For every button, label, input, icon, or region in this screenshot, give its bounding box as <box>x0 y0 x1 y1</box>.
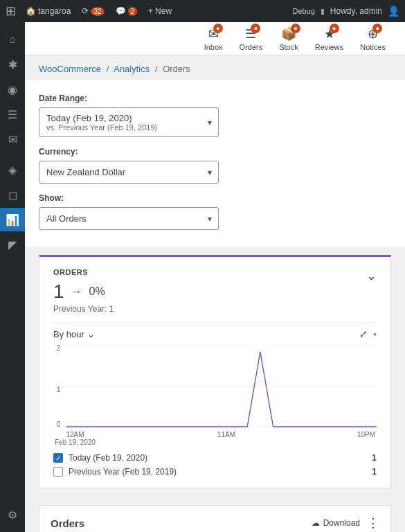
notices-icon: ⊕ ● <box>368 26 378 42</box>
updates-button[interactable]: ⟳ 32 <box>78 6 108 16</box>
interval-chevron-icon: ⌄ <box>87 329 95 339</box>
sidebar-item-marketing[interactable]: ◤ <box>0 233 25 256</box>
stock-icon: 📦 ● <box>281 26 296 42</box>
comments-icon: 💬 <box>116 6 126 16</box>
orders-table-section: Orders ☁ Download ⋮ Date ↓ Order # <box>39 505 391 532</box>
show-select-wrapper[interactable]: All Orders ▾ <box>39 207 219 230</box>
updates-icon: ⟳ <box>82 6 89 16</box>
orders-icon: ☰ ● <box>245 26 256 42</box>
bar-chart-icon[interactable]: ▪ <box>373 328 377 339</box>
new-content-button[interactable]: + New <box>144 6 176 16</box>
nav-notices[interactable]: ⊕ ● Notices <box>352 22 394 55</box>
content-area: ✉ ● Inbox ☰ ● Orders 📦 ● Stock <box>25 22 405 532</box>
comments-button[interactable]: 💬 2 <box>111 6 142 16</box>
filters-section: Date Range: Today (Feb 19, 2020) vs. Pre… <box>25 80 405 247</box>
reviews-icon: ★ ● <box>324 26 335 42</box>
sidebar-item-woocommerce[interactable]: ◈ <box>0 158 25 181</box>
chart-arrow-icon: → <box>71 285 82 298</box>
download-icon: ☁ <box>312 518 320 528</box>
sidebar-item-products[interactable]: ◻ <box>0 183 25 206</box>
orders-table-header: Orders ☁ Download ⋮ <box>39 506 390 532</box>
x-label-0: 12AM Feb 19, 2020 <box>55 431 96 446</box>
chart-interval-selector[interactable]: By hour ⌄ <box>53 329 95 339</box>
svg-text:1: 1 <box>57 385 61 393</box>
chart-main-value: 1 <box>53 281 64 303</box>
orders-table-title: Orders <box>51 517 84 529</box>
chart-svg: 2 1 0 <box>53 345 377 428</box>
show-value: All Orders <box>46 213 87 224</box>
sidebar-item-dashboard[interactable]: ⌂ <box>0 28 25 51</box>
inbox-icon: ✉ ● <box>208 26 219 42</box>
site-icon: 🏠 <box>26 6 36 16</box>
legend-today-value: 1 <box>372 453 377 463</box>
chart-legend: ✓ Today (Feb 19, 2020) 1 Previous Year (… <box>53 453 377 477</box>
date-range-value: Today (Feb 19, 2020) <box>46 113 197 123</box>
chart-section-label: ORDERS <box>53 268 114 276</box>
breadcrumb-woocommerce[interactable]: WooCommerce <box>39 64 101 74</box>
sidebar: ⌂ ✱ ◉ ☰ ✉ ◈ ◻ 📊 ◤ ⚙ <box>0 22 25 532</box>
legend-prev-year-value: 1 <box>372 467 377 477</box>
date-range-label: Date Range: <box>39 94 391 103</box>
site-name[interactable]: 🏠 tangaroa <box>21 6 75 16</box>
x-label-2: 10PM <box>357 431 375 446</box>
orders-table-actions: ☁ Download ⋮ <box>312 515 379 531</box>
sidebar-item-settings[interactable]: ⚙ <box>0 503 25 526</box>
nav-stock[interactable]: 📦 ● Stock <box>271 22 307 55</box>
nav-inbox[interactable]: ✉ ● Inbox <box>196 22 231 55</box>
sidebar-item-analytics[interactable]: 📊 <box>0 208 25 231</box>
legend-today-checkbox[interactable]: ✓ <box>53 453 63 463</box>
orders-chart-section: ORDERS 1 → 0% Previous Year: 1 ⌄ By hour… <box>39 255 391 488</box>
legend-prev-year: Previous Year (Feb 19, 2019) 1 <box>53 467 377 477</box>
legend-prev-year-label: Previous Year (Feb 19, 2019) <box>69 467 177 477</box>
chart-collapse-button[interactable]: ⌄ <box>366 268 377 283</box>
legend-today-label: Today (Feb 19, 2020) <box>69 453 147 463</box>
nav-orders[interactable]: ☰ ● Orders <box>231 22 271 55</box>
plus-icon: + <box>148 6 153 16</box>
currency-value: New Zealand Dollar <box>46 167 125 177</box>
sidebar-item-pages[interactable]: ☰ <box>0 103 25 126</box>
howdy-label: Howdy, admin <box>330 6 382 16</box>
svg-text:2: 2 <box>57 345 61 352</box>
more-options-button[interactable]: ⋮ <box>367 515 379 531</box>
chart-prev-year: Previous Year: 1 <box>53 304 114 314</box>
show-label: Show: <box>39 193 391 203</box>
currency-label: Currency: <box>39 147 391 157</box>
avatar: 👤 <box>388 6 399 17</box>
line-chart-icon[interactable]: ⤢ <box>359 328 368 339</box>
wp-logo-icon: ⊞ <box>6 3 16 19</box>
sidebar-item-comments[interactable]: ✉ <box>0 127 25 151</box>
sidebar-item-media[interactable]: ◉ <box>0 78 25 101</box>
svg-text:0: 0 <box>57 420 61 428</box>
breadcrumb-current: Orders <box>163 64 190 74</box>
x-label-1: 11AM <box>217 431 235 446</box>
date-range-select[interactable]: Today (Feb 19, 2020) vs. Previous Year (… <box>39 107 219 137</box>
breadcrumb: WooCommerce / Analytics / Orders <box>25 55 405 80</box>
show-select[interactable]: All Orders <box>39 207 219 230</box>
download-button[interactable]: ☁ Download <box>312 518 360 528</box>
orders-table-wrapper: Orders ☁ Download ⋮ Date ↓ Order # <box>25 488 405 532</box>
chart-toolbar: By hour ⌄ ⤢ ▪ <box>53 322 377 339</box>
chart-graph: 2 1 0 <box>53 345 377 428</box>
date-range-sub: vs. Previous Year (Feb 19, 2019) <box>46 123 197 132</box>
legend-prev-year-checkbox[interactable] <box>53 467 63 477</box>
top-nav: ✉ ● Inbox ☰ ● Orders 📦 ● Stock <box>25 22 405 55</box>
chart-percent: 0% <box>89 285 105 298</box>
interval-label: By hour <box>53 329 84 339</box>
chart-x-labels: 12AM Feb 19, 2020 11AM 10PM <box>53 431 377 446</box>
currency-select-wrapper[interactable]: New Zealand Dollar ▾ <box>39 161 219 184</box>
admin-bar: ⊞ 🏠 tangaroa ⟳ 32 💬 2 + New Debug ▮ Howd… <box>0 0 405 22</box>
legend-today: ✓ Today (Feb 19, 2020) 1 <box>53 453 377 463</box>
chart-wrapper: ORDERS 1 → 0% Previous Year: 1 ⌄ By hour… <box>25 255 405 488</box>
debug-label: Debug <box>292 7 314 15</box>
sidebar-item-posts[interactable]: ✱ <box>0 53 25 76</box>
debug-toggle[interactable]: ▮ <box>321 7 325 16</box>
breadcrumb-analytics[interactable]: Analytics <box>114 64 150 74</box>
date-range-select-wrapper[interactable]: Today (Feb 19, 2020) vs. Previous Year (… <box>39 107 219 137</box>
currency-select[interactable]: New Zealand Dollar <box>39 161 219 184</box>
nav-reviews[interactable]: ★ ● Reviews <box>307 22 352 55</box>
